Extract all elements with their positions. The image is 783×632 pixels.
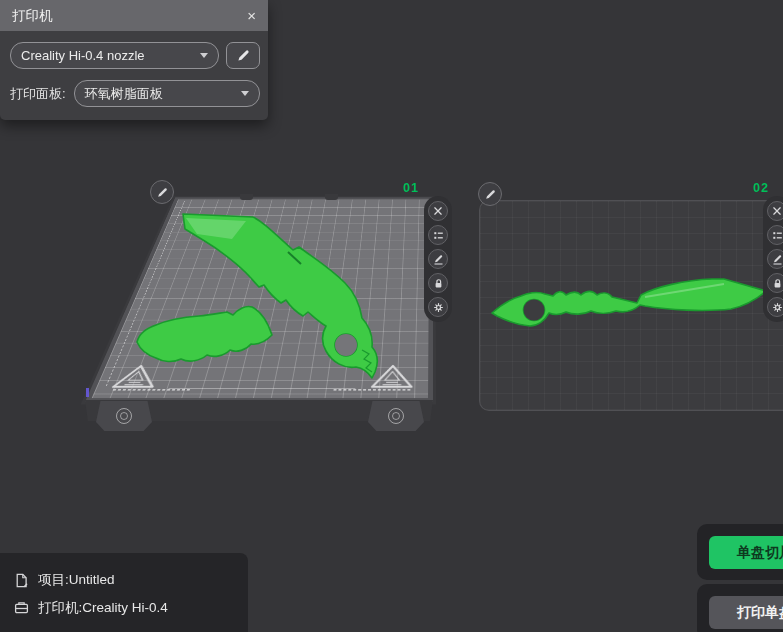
close-icon[interactable]: × [247,8,256,23]
lock-plate-icon [433,278,444,289]
rename-plate-button[interactable] [767,249,783,269]
printer-panel: 打印机 × Creality Hi-0.4 nozzle 打印面板: 环氧树脂面… [0,0,268,120]
printer-panel-title: 打印机 [12,7,53,25]
delete-plate-icon [772,206,782,216]
lock-plate-icon [772,278,783,289]
plate2-toolbar [763,196,783,322]
print-plate-button[interactable]: 打印单盘 [709,596,783,629]
delete-plate-button[interactable] [767,201,783,221]
plate1-toolbar [424,196,452,322]
plate2-rename-button[interactable] [478,182,502,206]
project-info-panel: 项目:Untitled 打印机:Creality Hi-0.4 [0,553,248,632]
chevron-down-icon [241,91,249,96]
slicer-app: { "printer_panel": { "title": "打印机", "cl… [0,0,783,632]
print-card: 打印单盘 [697,584,783,632]
plate-settings-button[interactable] [428,297,448,317]
slice-plate-button[interactable]: 单盘切片 [709,536,783,569]
plate2-badge: 02 [753,181,769,195]
pencil-icon [485,189,496,200]
model-handle-scale[interactable] [137,306,272,361]
object-list-button[interactable] [428,225,448,245]
rename-plate-icon [433,254,444,265]
plate-type-select[interactable]: 环氧树脂面板 [74,80,260,107]
plate-settings-button[interactable] [767,297,783,317]
pencil-icon [157,187,168,198]
delete-plate-button[interactable] [428,201,448,221]
rename-plate-button[interactable] [428,249,448,269]
plate-type-label: 打印面板: [10,85,66,103]
printer-icon [14,601,29,616]
edit-printer-button[interactable] [226,42,260,69]
delete-plate-icon [433,206,443,216]
project-file-icon [14,573,29,588]
model-karambit-flat[interactable] [492,279,766,326]
slice-card: 单盘切片 [697,524,783,580]
plate1-rename-button[interactable] [150,180,174,204]
chevron-down-icon [200,53,208,58]
plate-settings-icon [772,302,783,313]
plate1-badge: 01 [403,181,419,195]
rename-plate-icon [772,254,783,265]
object-list-button[interactable] [767,225,783,245]
printer-name-text: 打印机:Creality Hi-0.4 [38,599,168,617]
object-list-icon [772,230,783,241]
plate-settings-icon [433,302,444,313]
printer-panel-header: 打印机 × [0,0,268,31]
printer-panel-body: Creality Hi-0.4 nozzle 打印面板: 环氧树脂面板 [0,31,268,120]
pencil-icon [237,49,250,62]
printer-select-value: Creality Hi-0.4 nozzle [21,48,145,63]
project-row: 项目:Untitled [14,566,248,594]
project-name-text: 项目:Untitled [38,571,115,589]
printer-select[interactable]: Creality Hi-0.4 nozzle [10,42,219,69]
plate-type-value: 环氧树脂面板 [85,85,163,103]
lock-plate-button[interactable] [428,273,448,293]
printer-row: 打印机:Creality Hi-0.4 [14,594,248,622]
lock-plate-button[interactable] [767,273,783,293]
object-list-icon [433,230,444,241]
